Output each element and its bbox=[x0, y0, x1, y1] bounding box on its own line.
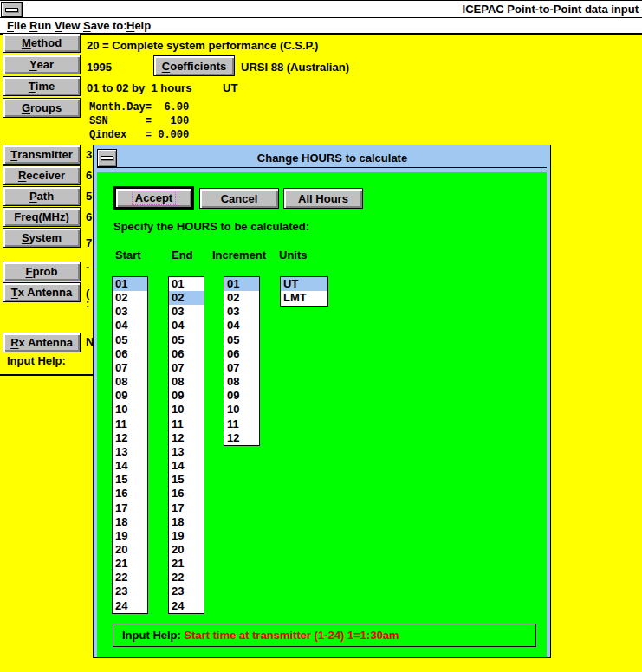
list-item[interactable]: 03 bbox=[169, 305, 204, 319]
method-button[interactable]: Method bbox=[3, 33, 81, 53]
list-item[interactable]: 01 bbox=[113, 277, 147, 291]
list-item[interactable]: 15 bbox=[169, 473, 204, 487]
list-item[interactable]: 05 bbox=[113, 333, 147, 347]
list-item[interactable]: 10 bbox=[169, 403, 204, 417]
freq-mhz-button[interactable]: Freq(MHz) bbox=[3, 207, 81, 227]
list-item[interactable]: 14 bbox=[113, 459, 147, 473]
list-item[interactable]: 21 bbox=[169, 557, 204, 571]
list-item[interactable]: 04 bbox=[169, 319, 204, 333]
list-item[interactable]: 11 bbox=[169, 417, 204, 431]
list-item[interactable]: 04 bbox=[224, 319, 259, 333]
units-listbox[interactable]: UTLMT bbox=[280, 276, 328, 307]
menu-help[interactable]: Help bbox=[126, 19, 151, 32]
start-column-header: Start bbox=[115, 249, 141, 262]
list-item[interactable]: 13 bbox=[169, 445, 204, 459]
coefficients-value: URSI 88 (Australian) bbox=[241, 61, 349, 74]
menu-file[interactable]: File bbox=[7, 19, 26, 32]
list-item[interactable]: 11 bbox=[113, 417, 147, 431]
list-item[interactable]: 09 bbox=[113, 389, 147, 403]
change-hours-dialog: Change HOURS to calculate Accept Cancel … bbox=[93, 145, 551, 658]
end-hour-listbox[interactable]: 0102030405060708091011121314151617181920… bbox=[168, 276, 204, 614]
list-item[interactable]: 17 bbox=[169, 501, 204, 515]
list-item[interactable]: 19 bbox=[169, 529, 204, 543]
main-titlebar[interactable]: ICEPAC Point-to-Point data input bbox=[0, 0, 642, 18]
rx-antenna-button[interactable]: Rx Antenna bbox=[3, 333, 81, 352]
list-item[interactable]: 16 bbox=[169, 487, 204, 501]
menu-run[interactable]: Run bbox=[29, 19, 51, 32]
cancel-button[interactable]: Cancel bbox=[199, 188, 279, 209]
accept-button[interactable]: Accept bbox=[113, 186, 194, 210]
dialog-input-help-text: Start time at transmitter (1-24) 1=1:30a… bbox=[185, 629, 399, 642]
list-item[interactable]: 18 bbox=[113, 515, 147, 529]
main-input-help-label: Input Help: bbox=[7, 354, 66, 367]
list-item[interactable]: 19 bbox=[113, 529, 147, 543]
list-item[interactable]: 23 bbox=[113, 585, 147, 598]
list-item[interactable]: UT bbox=[281, 277, 327, 291]
dialog-system-menu-button[interactable] bbox=[97, 149, 117, 167]
start-hour-listbox[interactable]: 0102030405060708091011121314151617181920… bbox=[112, 276, 148, 614]
increment-listbox[interactable]: 010203040506070809101112 bbox=[224, 276, 260, 446]
system-button[interactable]: System bbox=[3, 228, 81, 248]
list-item[interactable]: 18 bbox=[169, 515, 204, 529]
group-info-block: Month.Day= 6.00 SSN = 100 Qindex = 0.000 bbox=[89, 100, 189, 142]
list-item[interactable]: 02 bbox=[224, 291, 259, 305]
list-item[interactable]: 03 bbox=[224, 305, 259, 319]
all-hours-button[interactable]: All Hours bbox=[283, 188, 363, 209]
list-item[interactable]: 22 bbox=[169, 571, 204, 585]
list-item[interactable]: 06 bbox=[169, 347, 204, 361]
list-item[interactable]: 10 bbox=[224, 403, 259, 417]
dialog-titlebar[interactable]: Change HOURS to calculate bbox=[97, 149, 547, 168]
list-item[interactable]: 20 bbox=[113, 543, 147, 557]
list-item[interactable]: 16 bbox=[113, 487, 147, 501]
list-item[interactable]: 17 bbox=[113, 501, 147, 515]
list-item[interactable]: 07 bbox=[224, 361, 259, 375]
system-menu-button[interactable] bbox=[1, 2, 23, 17]
list-item[interactable]: 12 bbox=[169, 431, 204, 445]
list-item[interactable]: 06 bbox=[113, 347, 147, 361]
time-button[interactable]: Time bbox=[3, 76, 81, 96]
list-item[interactable]: 07 bbox=[169, 361, 204, 375]
list-item[interactable]: 04 bbox=[113, 319, 147, 333]
list-item[interactable]: 06 bbox=[224, 347, 259, 361]
list-item[interactable]: 14 bbox=[169, 459, 204, 473]
path-button[interactable]: Path bbox=[3, 186, 81, 206]
list-item[interactable]: 03 bbox=[113, 305, 147, 319]
list-item[interactable]: 20 bbox=[169, 543, 204, 557]
end-column-header: End bbox=[172, 249, 193, 262]
transmitter-button[interactable]: Transmitter bbox=[3, 145, 81, 165]
list-item[interactable]: 23 bbox=[169, 585, 204, 598]
list-item[interactable]: 24 bbox=[169, 599, 204, 613]
qindex-value: Qindex = 0.000 bbox=[89, 128, 189, 142]
list-item[interactable]: 12 bbox=[113, 431, 147, 445]
list-item[interactable]: 12 bbox=[224, 431, 259, 445]
list-item[interactable]: 22 bbox=[113, 571, 147, 585]
list-item[interactable]: 02 bbox=[169, 291, 204, 305]
list-item[interactable]: 05 bbox=[169, 333, 204, 347]
fprob-button[interactable]: Fprob bbox=[3, 262, 81, 281]
list-item[interactable]: 13 bbox=[113, 445, 147, 459]
list-item[interactable]: 09 bbox=[169, 389, 204, 403]
groups-button[interactable]: Groups bbox=[3, 98, 81, 118]
list-item[interactable]: 01 bbox=[169, 277, 204, 291]
list-item[interactable]: 02 bbox=[113, 291, 147, 305]
menu-view[interactable]: View bbox=[55, 19, 80, 32]
list-item[interactable]: 08 bbox=[113, 375, 147, 389]
coefficients-button[interactable]: Coefficients bbox=[153, 55, 235, 76]
list-item[interactable]: 21 bbox=[113, 557, 147, 571]
tx-antenna-button[interactable]: Tx Antenna bbox=[3, 282, 81, 302]
list-item[interactable]: LMT bbox=[281, 291, 327, 305]
list-item[interactable]: 01 bbox=[224, 277, 259, 291]
list-item[interactable]: 07 bbox=[113, 361, 147, 375]
list-item[interactable]: 24 bbox=[113, 599, 147, 613]
list-item[interactable]: 15 bbox=[113, 473, 147, 487]
receiver-button[interactable]: Receiver bbox=[3, 165, 81, 185]
list-item[interactable]: 05 bbox=[224, 333, 259, 347]
list-item[interactable]: 08 bbox=[224, 375, 259, 389]
list-item[interactable]: 10 bbox=[113, 403, 147, 417]
year-button[interactable]: Year bbox=[3, 55, 81, 74]
list-item[interactable]: 11 bbox=[224, 417, 259, 431]
list-item[interactable]: 08 bbox=[169, 375, 204, 389]
accept-button-label: Accept bbox=[133, 191, 175, 204]
dialog-prompt: Specify the HOURS to be calculated: bbox=[113, 220, 309, 233]
list-item[interactable]: 09 bbox=[224, 389, 259, 403]
